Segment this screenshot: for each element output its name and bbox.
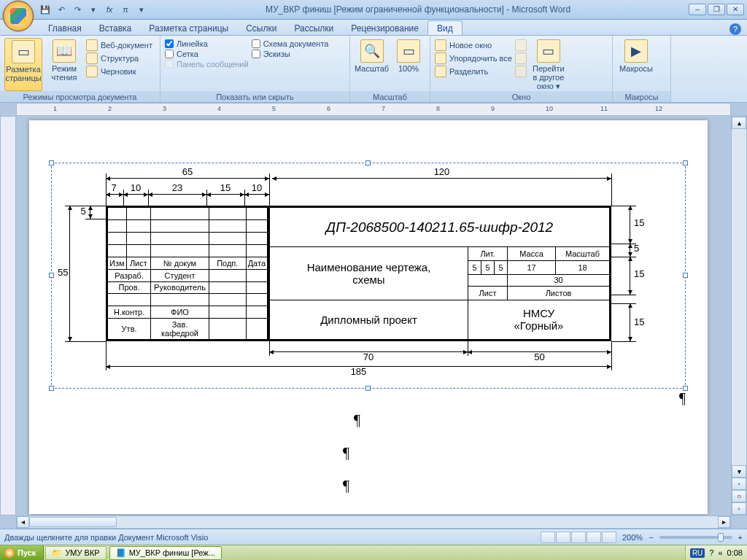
view-reading-button[interactable] xyxy=(556,532,570,543)
draft-button[interactable]: Черновик xyxy=(86,66,152,77)
paragraph-mark: ¶ xyxy=(343,478,349,494)
zoom-icon: 🔍 xyxy=(360,39,384,63)
reading-mode-button[interactable]: 📖 Режим чтения xyxy=(45,38,83,91)
browse-object-button[interactable]: ○ xyxy=(732,490,746,502)
title-block-drawing: 65 120 7 10 23 15 10 xyxy=(61,172,676,379)
status-bar: Дважды щелкните для правки Документ Micr… xyxy=(0,529,747,545)
qat-more2-icon[interactable]: ▾ xyxy=(136,4,147,15)
hscroll-thumb[interactable] xyxy=(29,517,117,527)
views-group-label: Режимы просмотра документа xyxy=(0,91,160,102)
web-layout-button[interactable]: Веб-документ xyxy=(86,39,152,51)
new-window-button[interactable]: Новое окно xyxy=(435,39,512,51)
resize-handle[interactable] xyxy=(683,273,688,278)
horizontal-ruler[interactable]: 123456789101112 xyxy=(16,103,731,116)
zoom-level[interactable]: 200% xyxy=(622,533,643,542)
save-icon[interactable]: 💾 xyxy=(39,4,51,15)
ribbon-tabs: Главная Вставка Разметка страницы Ссылки… xyxy=(0,20,747,36)
zoom100-icon: ▭ xyxy=(397,39,420,63)
visio-object-selection[interactable]: 65 120 7 10 23 15 10 xyxy=(51,163,686,389)
start-orb-icon xyxy=(4,548,15,558)
scroll-up-button[interactable]: ▴ xyxy=(732,117,746,129)
tab-review[interactable]: Рецензирование xyxy=(342,21,427,35)
taskbar-item[interactable]: 📁УМУ ВКР xyxy=(45,546,106,560)
reading-label: Режим чтения xyxy=(45,64,83,82)
outline-button[interactable]: Структура xyxy=(86,52,152,64)
office-button[interactable] xyxy=(3,1,34,31)
quick-access-toolbar: 💾 ↶ ↷ ▾ fx π ▾ xyxy=(39,4,147,15)
window-title: МУ_ВКР финиш [Режим ограниченной функцио… xyxy=(147,4,689,15)
gridlines-checkbox[interactable]: Сетка xyxy=(165,50,249,58)
macros-icon: ▶ xyxy=(624,39,648,63)
zoom-slider[interactable] xyxy=(659,536,732,539)
show-group-label: Показать или скрыть xyxy=(160,91,349,102)
tab-pagelayout[interactable]: Разметка страницы xyxy=(140,21,237,35)
pi-icon[interactable]: π xyxy=(120,4,131,15)
fx-icon[interactable]: fx xyxy=(104,4,115,15)
help-icon[interactable]: ? xyxy=(729,23,741,35)
split-button[interactable]: Разделить xyxy=(435,66,512,77)
stamp-left-table: ИзмЛист№ докумПодп.Дата Разраб.Студент П… xyxy=(107,207,268,340)
minimize-button[interactable]: – xyxy=(689,4,706,15)
prev-page-button[interactable]: ◦ xyxy=(732,478,746,490)
messagebar-checkbox[interactable]: Панель сообщений xyxy=(165,60,249,69)
status-hint: Дважды щелкните для правки Документ Micr… xyxy=(4,533,208,542)
tab-references[interactable]: Ссылки xyxy=(237,21,285,35)
horizontal-scrollbar[interactable]: ◂ ▸ xyxy=(16,516,731,529)
view-web-button[interactable] xyxy=(571,532,586,543)
taskbar: Пуск 📁УМУ ВКР 📘МУ_ВКР финиш [Реж... RU ?… xyxy=(0,545,747,560)
language-indicator[interactable]: RU xyxy=(690,548,705,558)
view-print-button[interactable] xyxy=(541,532,555,543)
tab-mailings[interactable]: Рассылки xyxy=(285,21,342,35)
vertical-ruler[interactable] xyxy=(0,116,16,516)
vertical-scrollbar[interactable]: ▴ ▾ ◦ ○ ◦ xyxy=(731,116,747,516)
resize-handle[interactable] xyxy=(49,160,54,166)
scroll-left-button[interactable]: ◂ xyxy=(17,516,29,528)
taskbar-item[interactable]: 📘МУ_ВКР финиш [Реж... xyxy=(109,546,222,560)
resize-handle[interactable] xyxy=(683,160,688,166)
web-icon xyxy=(86,39,98,51)
view-outline-button[interactable] xyxy=(587,532,601,543)
resize-handle[interactable] xyxy=(49,273,54,278)
zoom-out-button[interactable]: − xyxy=(649,533,653,542)
undo-icon[interactable]: ↶ xyxy=(55,4,67,15)
next-page-button[interactable]: ◦ xyxy=(732,502,746,515)
docmap-checkbox[interactable]: Схема документа xyxy=(252,39,329,48)
tab-insert[interactable]: Вставка xyxy=(90,21,141,35)
paragraph-mark: ¶ xyxy=(354,412,360,429)
macros-button[interactable]: ▶Макросы xyxy=(617,38,655,91)
ruler-checkbox[interactable]: Линейка xyxy=(165,39,249,48)
paragraph-mark: ¶ xyxy=(679,390,686,407)
clock[interactable]: 0:08 xyxy=(727,548,743,557)
tray-chevron-icon[interactable]: « xyxy=(718,548,722,557)
scroll-right-button[interactable]: ▸ xyxy=(718,516,730,528)
paragraph-mark: ¶ xyxy=(343,445,349,462)
switch-window-button[interactable]: ▭Перейти в другое окно ▾ xyxy=(530,38,568,91)
tab-home[interactable]: Главная xyxy=(39,21,90,35)
restore-button[interactable]: ❐ xyxy=(708,4,725,15)
start-button[interactable]: Пуск xyxy=(0,545,44,561)
print-layout-button[interactable]: ▭ Разметка страницы xyxy=(4,38,42,91)
close-button[interactable]: ✕ xyxy=(727,4,744,15)
tab-view[interactable]: Вид xyxy=(427,20,462,35)
resize-handle[interactable] xyxy=(365,386,371,391)
ribbon: ▭ Разметка страницы 📖 Режим чтения Веб-д… xyxy=(0,36,747,103)
print-layout-icon: ▭ xyxy=(12,40,35,63)
outline-icon xyxy=(86,52,98,64)
view-draft-button[interactable] xyxy=(602,532,616,543)
newwin-icon xyxy=(435,39,446,51)
title-bar: 💾 ↶ ↷ ▾ fx π ▾ МУ_ВКР финиш [Режим огран… xyxy=(0,0,747,20)
stamp-right-table: ДП-2068500-140211.65-шифр-2012 Наименова… xyxy=(269,207,610,340)
zoom-button[interactable]: 🔍Масштаб xyxy=(355,38,389,91)
qat-more-icon[interactable]: ▾ xyxy=(88,4,99,15)
thumbnails-checkbox[interactable]: Эскизы xyxy=(252,50,329,58)
redo-icon[interactable]: ↷ xyxy=(71,4,83,15)
tray-icon[interactable]: ? xyxy=(709,548,713,557)
scroll-down-button[interactable]: ▾ xyxy=(732,465,746,478)
zoom-in-button[interactable]: + xyxy=(738,533,743,542)
zoom100-button[interactable]: ▭100% xyxy=(392,38,425,91)
split-icon xyxy=(435,66,446,77)
resize-handle[interactable] xyxy=(365,160,371,166)
resize-handle[interactable] xyxy=(49,386,54,391)
document-page[interactable]: 65 120 7 10 23 15 10 xyxy=(29,120,708,514)
arrange-button[interactable]: Упорядочить все xyxy=(435,52,512,64)
